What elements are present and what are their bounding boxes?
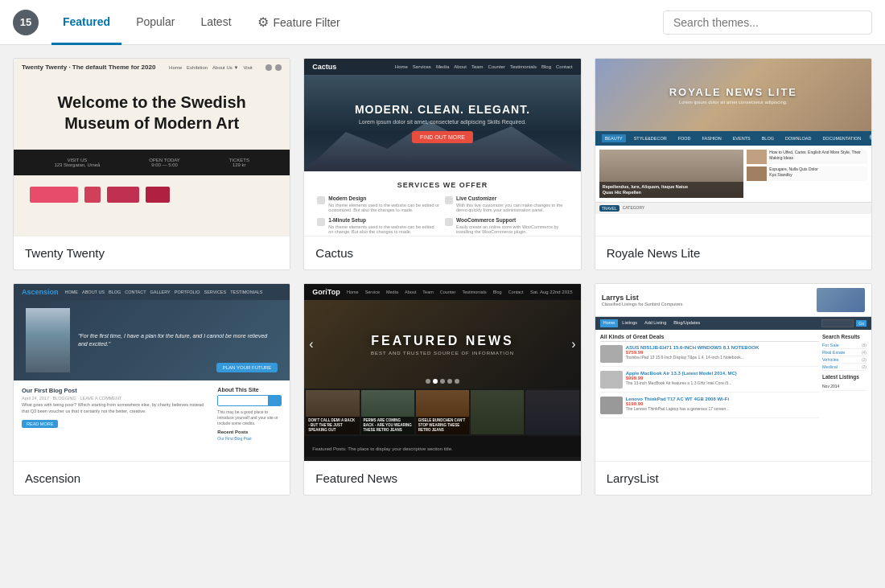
theme-name-larryslist: LarrysList xyxy=(595,461,871,495)
theme-name-twenty-twenty: Twenty Twenty xyxy=(14,236,290,269)
tab-latest[interactable]: Latest xyxy=(189,1,242,45)
search-wrap xyxy=(663,10,872,35)
theme-grid: Twenty Twenty · The default Theme for 20… xyxy=(0,45,885,508)
feature-filter-button[interactable]: ⚙ Feature Filter xyxy=(246,0,352,44)
theme-thumbnail: GoriTop Home Service Media About Team Co… xyxy=(304,284,580,461)
theme-thumbnail: Cactus HomeServicesMediaAboutTeamCounter… xyxy=(304,59,580,236)
theme-name-ascension: Ascension xyxy=(14,461,290,495)
theme-thumbnail: ROYALE NEWS LITE Lorem ipsum dolor sit a… xyxy=(595,59,871,236)
theme-thumbnail: Ascension HOMEABOUT USBLOGCONTACTGALLERY… xyxy=(14,284,290,461)
theme-card-ascension[interactable]: Ascension HOMEABOUT USBLOGCONTACTGALLERY… xyxy=(13,283,290,495)
tab-featured[interactable]: Featured xyxy=(51,1,121,45)
tabs: Featured Popular Latest ⚙ Feature Filter xyxy=(51,0,352,44)
theme-card-larryslist[interactable]: Larrys List Classified Listings for Sunb… xyxy=(595,283,872,495)
theme-card-cactus[interactable]: Cactus HomeServicesMediaAboutTeamCounter… xyxy=(303,58,581,270)
theme-name-royale: Royale News Lite xyxy=(595,236,871,269)
tab-bar: 15 Featured Popular Latest ⚙ Feature Fil… xyxy=(0,0,885,45)
royale-search-icon: 🔍 xyxy=(869,134,871,142)
theme-card-royale[interactable]: ROYALE NEWS LITE Lorem ipsum dolor sit a… xyxy=(595,58,872,270)
theme-count-badge: 15 xyxy=(13,10,39,35)
theme-name-cactus: Cactus xyxy=(304,236,580,269)
search-input[interactable] xyxy=(663,10,872,35)
theme-name-featured-news: Featured News xyxy=(304,461,580,495)
theme-thumbnail: Larrys List Classified Listings for Sunb… xyxy=(595,284,871,461)
gear-icon: ⚙ xyxy=(257,14,269,30)
theme-card-featured-news[interactable]: GoriTop Home Service Media About Team Co… xyxy=(303,283,581,495)
theme-thumbnail: Twenty Twenty · The default Theme for 20… xyxy=(14,59,290,236)
theme-card-twenty-twenty[interactable]: Twenty Twenty · The default Theme for 20… xyxy=(13,58,290,270)
tt-hero-heading: Welcome to the SwedishMuseum of Modern A… xyxy=(38,92,266,134)
tab-popular[interactable]: Popular xyxy=(125,1,186,45)
